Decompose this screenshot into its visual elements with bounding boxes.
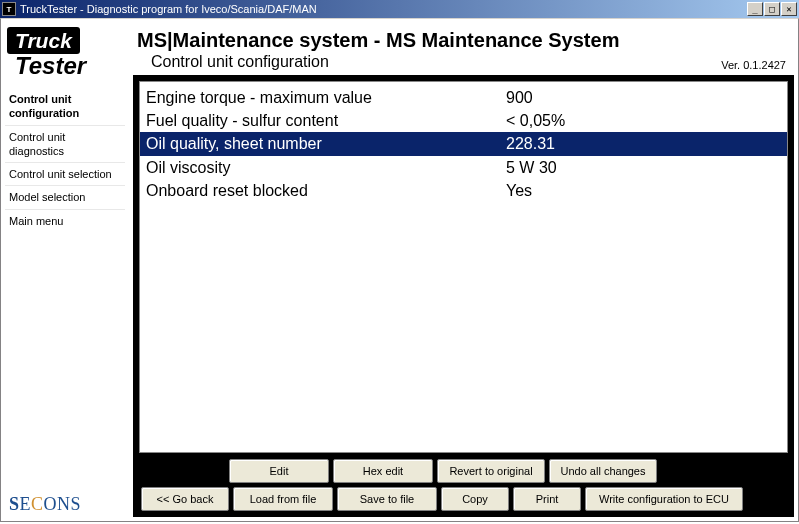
nav-item[interactable]: Main menu	[5, 210, 125, 232]
minimize-button[interactable]: _	[747, 2, 763, 16]
page-subtitle: Control unit configuration	[151, 53, 790, 71]
sidebar: Truck Tester Control unit configurationC…	[5, 23, 125, 517]
nav-item[interactable]: Control unit configuration	[5, 88, 125, 126]
action-button[interactable]: Undo all changes	[549, 459, 657, 483]
logo-line2: Tester	[15, 52, 125, 80]
action-button[interactable]: Hex edit	[333, 459, 433, 483]
config-row[interactable]: Onboard reset blockedYes	[140, 179, 787, 202]
action-button[interactable]: Load from file	[233, 487, 333, 511]
config-label: Fuel quality - sulfur content	[146, 109, 506, 132]
config-row[interactable]: Engine torque - maximum value900	[140, 86, 787, 109]
config-value: < 0,05%	[506, 109, 781, 132]
config-row[interactable]: Fuel quality - sulfur content< 0,05%	[140, 109, 787, 132]
button-row-2: << Go backLoad from fileSave to fileCopy…	[139, 487, 788, 511]
config-label: Oil quality, sheet number	[146, 132, 506, 155]
window-controls: _ □ ✕	[747, 2, 797, 16]
config-value: 5 W 30	[506, 156, 781, 179]
window-title: TruckTester - Diagnostic program for Ive…	[20, 3, 747, 15]
window-frame: Truck Tester Control unit configurationC…	[0, 18, 799, 522]
action-button[interactable]: Write configuration to ECU	[585, 487, 743, 511]
close-button[interactable]: ✕	[781, 2, 797, 16]
action-button[interactable]: Save to file	[337, 487, 437, 511]
nav-item[interactable]: Model selection	[5, 186, 125, 209]
config-value: 900	[506, 86, 781, 109]
page-title: MS|Maintenance system - MS Maintenance S…	[137, 29, 790, 51]
nav-menu: Control unit configurationControl unit d…	[5, 88, 125, 232]
config-row[interactable]: Oil viscosity5 W 30	[140, 156, 787, 179]
config-value: Yes	[506, 179, 781, 202]
app-logo: Truck Tester	[5, 23, 125, 88]
action-button[interactable]: Edit	[229, 459, 329, 483]
nav-item[interactable]: Control unit diagnostics	[5, 126, 125, 164]
config-label: Oil viscosity	[146, 156, 506, 179]
logo-line1: Truck	[7, 27, 80, 54]
version-label: Ver. 0.1.2427	[721, 59, 786, 71]
action-button[interactable]: Print	[513, 487, 581, 511]
page-header: MS|Maintenance system - MS Maintenance S…	[133, 23, 794, 75]
button-row-1: EditHex editRevert to originalUndo all c…	[139, 459, 788, 483]
maximize-button[interactable]: □	[764, 2, 780, 16]
vendor-brand: SECONS	[5, 488, 125, 517]
action-button[interactable]: Revert to original	[437, 459, 545, 483]
config-label: Engine torque - maximum value	[146, 86, 506, 109]
config-row[interactable]: Oil quality, sheet number228.31	[140, 132, 787, 155]
app-icon: T	[2, 2, 16, 16]
action-button[interactable]: Copy	[441, 487, 509, 511]
window-titlebar: T TruckTester - Diagnostic program for I…	[0, 0, 799, 18]
content-panel: Engine torque - maximum value900Fuel qua…	[133, 75, 794, 517]
config-label: Onboard reset blocked	[146, 179, 506, 202]
config-grid[interactable]: Engine torque - maximum value900Fuel qua…	[139, 81, 788, 453]
config-value: 228.31	[506, 132, 781, 155]
nav-item[interactable]: Control unit selection	[5, 163, 125, 186]
action-button[interactable]: << Go back	[141, 487, 229, 511]
